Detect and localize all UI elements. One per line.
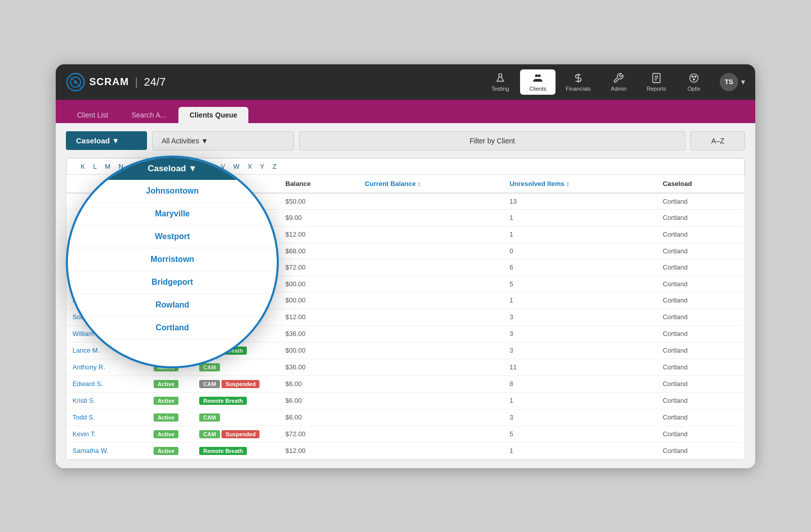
client-caseload: Cortland bbox=[656, 442, 745, 459]
client-caseload: Cortland bbox=[656, 359, 745, 375]
caseload-option-bridgeport[interactable]: Bridgeport bbox=[68, 271, 277, 294]
client-balance: $9.00 bbox=[279, 209, 359, 226]
client-unresolved: 0 bbox=[503, 243, 656, 259]
table-row[interactable]: Todd S. Active CAM $6.00 3 Cortland bbox=[66, 409, 745, 426]
logo-text: SCRAM bbox=[89, 76, 129, 88]
user-initials: TS bbox=[725, 78, 733, 86]
client-name[interactable]: Todd S. bbox=[66, 409, 148, 426]
client-unresolved: 5 bbox=[503, 426, 656, 442]
nav-label-clients: Clients bbox=[529, 86, 546, 92]
client-unresolved: 3 bbox=[503, 409, 656, 426]
table-row[interactable]: Edward S. Active CAMSuspended $6.00 8 Co… bbox=[66, 375, 745, 392]
logo-area: SCRAM | 24/7 bbox=[66, 72, 166, 92]
client-device: Remote Breath bbox=[193, 442, 279, 459]
tabs-bar: Client List Search A... Clients Queue bbox=[56, 100, 755, 123]
nav-label-optix: Optix bbox=[687, 86, 701, 92]
top-nav: SCRAM | 24/7 Testing Clients bbox=[56, 64, 755, 100]
client-unresolved: 1 bbox=[503, 442, 656, 459]
client-caseload: Cortland bbox=[656, 426, 745, 442]
user-dropdown-arrow[interactable]: ▾ bbox=[741, 77, 745, 87]
tab-search[interactable]: Search A... bbox=[120, 107, 177, 123]
client-balance: $36.00 bbox=[279, 359, 359, 375]
tab-client-list[interactable]: Client List bbox=[66, 107, 119, 123]
client-name[interactable]: Kevin T. bbox=[66, 426, 148, 442]
client-status: Active bbox=[148, 442, 193, 459]
client-balance: $12.00 bbox=[279, 442, 359, 459]
client-unresolved: 3 bbox=[503, 342, 656, 359]
col-header-current-balance[interactable]: Current Balance ↕ bbox=[359, 175, 503, 193]
client-caseload: Cortland bbox=[656, 392, 745, 409]
user-avatar[interactable]: TS bbox=[720, 73, 738, 91]
caseload-option-cortland[interactable]: Cortland bbox=[68, 317, 277, 339]
nav-label-financials: Financials bbox=[566, 86, 591, 92]
caseload-option-maryville[interactable]: Maryville bbox=[68, 203, 277, 225]
client-balance: $6.00 bbox=[279, 392, 359, 409]
tab-clients-queue[interactable]: Clients Queue bbox=[178, 107, 248, 123]
filter-by-client-button[interactable]: Filter by Client bbox=[299, 131, 685, 150]
caseload-option-morristown[interactable]: Morristown bbox=[68, 248, 277, 271]
client-current-balance bbox=[359, 309, 503, 325]
client-unresolved: 3 bbox=[503, 309, 656, 325]
client-current-balance bbox=[359, 426, 503, 442]
client-current-balance bbox=[359, 409, 503, 426]
client-status: Active bbox=[148, 426, 193, 442]
caseload-option-rowland[interactable]: Rowland bbox=[68, 294, 277, 317]
caseload-option-westport[interactable]: Westport bbox=[68, 225, 277, 248]
client-current-balance bbox=[359, 259, 503, 276]
client-device: CAMSuspended bbox=[193, 426, 279, 442]
nav-item-admin[interactable]: Admin bbox=[601, 69, 636, 95]
caseload-dropdown-header[interactable]: Caseload ▼ bbox=[68, 158, 277, 180]
client-caseload: Cortland bbox=[656, 409, 745, 426]
toolbar: Caseload ▼ All Activities ▼ Filter by Cl… bbox=[66, 131, 745, 150]
client-name[interactable]: Edward S. bbox=[66, 375, 148, 392]
client-device: CAMSuspended bbox=[193, 375, 279, 392]
nav-label-testing: Testing bbox=[492, 86, 509, 92]
nav-item-optix[interactable]: Optix bbox=[676, 69, 712, 95]
client-current-balance bbox=[359, 375, 503, 392]
client-balance: $00.00 bbox=[279, 292, 359, 309]
nav-item-financials[interactable]: Financials bbox=[558, 69, 599, 95]
caseload-dropdown-overlay: Caseload ▼ Johnsontown Maryville Westpor… bbox=[66, 156, 279, 368]
client-balance: $00.00 bbox=[279, 276, 359, 292]
client-balance: $12.00 bbox=[279, 309, 359, 325]
caseload-option-johnsontown[interactable]: Johnsontown bbox=[68, 180, 277, 203]
client-unresolved: 11 bbox=[503, 359, 656, 375]
nav-label-reports: Reports bbox=[646, 86, 666, 92]
client-status: Active bbox=[148, 375, 193, 392]
client-name[interactable]: Kristi S. bbox=[66, 392, 148, 409]
client-balance: $50.00 bbox=[279, 193, 359, 210]
client-balance: $12.00 bbox=[279, 226, 359, 243]
client-current-balance bbox=[359, 193, 503, 210]
client-caseload: Cortland bbox=[656, 226, 745, 243]
client-caseload: Cortland bbox=[656, 243, 745, 259]
client-caseload: Cortland bbox=[656, 209, 745, 226]
client-unresolved: 13 bbox=[503, 193, 656, 210]
nav-item-testing[interactable]: Testing bbox=[483, 69, 518, 95]
all-activities-filter[interactable]: All Activities ▼ bbox=[152, 131, 294, 150]
table-row[interactable]: Samatha W. Active Remote Breath $12.00 1… bbox=[66, 442, 745, 459]
table-row[interactable]: Kristi S. Active Remote Breath $6.00 1 C… bbox=[66, 392, 745, 409]
logo-separator: | bbox=[135, 75, 138, 89]
client-status: Active bbox=[148, 392, 193, 409]
client-device: CAM bbox=[193, 409, 279, 426]
client-caseload: Cortland bbox=[656, 259, 745, 276]
client-device: Remote Breath bbox=[193, 392, 279, 409]
flask-icon bbox=[495, 72, 506, 84]
caseload-button[interactable]: Caseload ▼ bbox=[66, 131, 147, 150]
nav-item-clients[interactable]: Clients bbox=[520, 69, 556, 95]
client-current-balance bbox=[359, 359, 503, 375]
client-caseload: Cortland bbox=[656, 292, 745, 309]
table-row[interactable]: Kevin T. Active CAMSuspended $72.00 5 Co… bbox=[66, 426, 745, 442]
client-balance: $6.00 bbox=[279, 375, 359, 392]
az-sort-button[interactable]: A–Z bbox=[690, 131, 745, 150]
client-name[interactable]: Samatha W. bbox=[66, 442, 148, 459]
all-activities-label: All Activities ▼ bbox=[162, 137, 208, 145]
client-unresolved: 5 bbox=[503, 276, 656, 292]
logo-tagline: 24/7 bbox=[144, 75, 166, 89]
client-current-balance bbox=[359, 292, 503, 309]
col-header-unresolved[interactable]: Unresolved Items ↕ bbox=[503, 175, 656, 193]
svg-point-14 bbox=[694, 75, 696, 77]
nav-item-reports[interactable]: Reports bbox=[638, 69, 674, 95]
caseload-dropdown: Caseload ▼ Johnsontown Maryville Westpor… bbox=[66, 156, 279, 368]
wrench-icon bbox=[613, 72, 624, 84]
